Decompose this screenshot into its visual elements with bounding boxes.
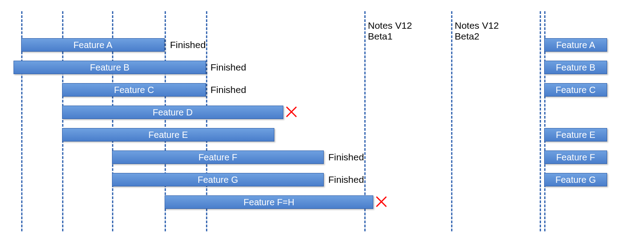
bar-label: Feature E [556,130,595,140]
status-label: Finished [170,40,206,50]
milestone-text: Notes V12Beta2 [455,20,499,41]
gantt-bar-feature-e: Feature E [62,128,274,141]
gantt-bar-feature-f: Feature F [112,150,324,164]
bar-label: Feature C [114,85,154,95]
gantt-bar-feature-a: Feature A [21,38,165,52]
x-mark-icon [285,106,298,118]
bar-label: Feature C [556,85,596,95]
bar-label: Feature E [148,130,188,140]
bar-label: Feature F [556,152,595,163]
bar-label: Feature F=H [244,197,295,208]
x-mark-icon [375,195,388,208]
release-bar-feature-c: Feature C [544,83,607,97]
bar-label: Feature B [556,62,595,73]
milestone-label-beta2: Notes V12Beta2 [455,20,499,42]
bar-label: Feature F [198,152,237,163]
gantt-bar-feature-b: Feature B [13,61,206,74]
gridline-release [540,11,541,231]
release-bar-feature-b: Feature B [544,61,607,74]
release-bar-feature-a: Feature A [544,38,607,52]
gantt-bar-feature-d: Feature D [62,106,283,119]
bar-label: Feature B [90,62,130,73]
status-label: Finished [210,62,246,73]
bar-label: Feature G [197,175,238,185]
release-bar-feature-f: Feature F [544,150,607,164]
release-bar-feature-g: Feature G [544,173,607,186]
bar-label: Feature G [555,175,596,185]
status-label: Finished [328,152,364,163]
bar-label: Feature A [73,40,112,50]
gantt-bar-feature-h: Feature F=H [165,195,373,209]
bar-label: Feature A [556,40,595,50]
gridline-milestone-beta2 [451,11,452,231]
milestone-label-beta1: Notes V12Beta1 [368,20,412,42]
release-bar-feature-e: Feature E [544,128,607,141]
bar-label: Feature D [153,107,193,118]
status-label: Finished [210,84,246,95]
gantt-bar-feature-g: Feature G [112,173,324,186]
milestone-text: Notes V12Beta1 [368,20,412,41]
status-label: Finished [328,174,364,185]
gantt-bar-feature-c: Feature C [62,83,206,97]
